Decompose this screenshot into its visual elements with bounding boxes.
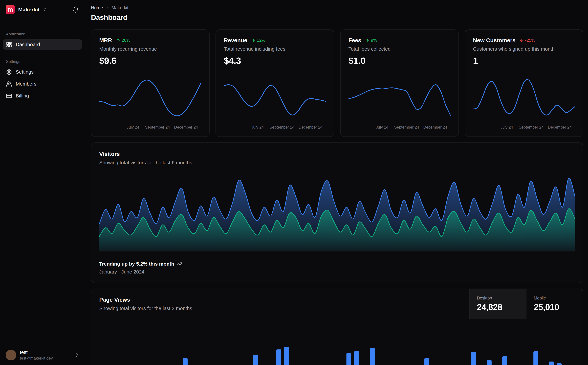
trend-badge: -25% — [519, 38, 535, 43]
page-views-subtitle: Showing total visitors for the last 3 mo… — [99, 306, 461, 311]
x-axis-labels: July 24 September 24 December 24 — [348, 124, 450, 130]
toggle-value: 24,828 — [477, 302, 519, 312]
visitors-footer: Trending up by 5.2% this month January -… — [99, 261, 575, 275]
credit-card-icon — [6, 93, 12, 99]
stat-title: Revenue — [224, 37, 247, 43]
visitors-period: January - June 2024 — [99, 269, 575, 275]
stat-title: Fees — [348, 37, 361, 43]
x-tick: September 24 — [270, 125, 295, 130]
arrow-down-icon — [519, 38, 524, 42]
bell-icon — [72, 6, 79, 13]
breadcrumb-current: Makerkit — [111, 5, 128, 10]
visitors-area-chart — [99, 175, 575, 252]
toggle-mobile[interactable]: Mobile 25,010 — [526, 289, 583, 319]
stat-description: Total revenue including fees — [224, 46, 326, 52]
x-tick: December 24 — [423, 125, 447, 130]
sidebar-item-label: Settings — [16, 69, 34, 75]
chevrons-up-down-icon — [74, 353, 79, 357]
user-name: test — [20, 350, 53, 355]
page-views-header: Page Views Showing total visitors for th… — [91, 289, 583, 319]
gear-icon — [6, 69, 12, 75]
new-customers-sparkline-chart — [473, 78, 575, 121]
trend-badge: 20% — [116, 38, 130, 43]
x-tick: September 24 — [145, 125, 170, 130]
visitors-subtitle: Showing total visitors for the last 6 mo… — [99, 160, 575, 165]
page-views-toggles: Desktop 24,828 Mobile 25,010 — [469, 289, 583, 319]
x-tick: September 24 — [394, 125, 419, 130]
chevrons-up-down-icon — [43, 7, 48, 12]
users-icon — [6, 81, 12, 87]
trend-value: 9% — [371, 38, 377, 43]
stat-card-fees: Fees 9% Total fees collected $1.0 July 2… — [340, 29, 459, 137]
stat-card-mrr: MRR 20% Monthly recurring revenue $9.6 J… — [91, 29, 210, 137]
sidebar-item-label: Members — [16, 81, 36, 87]
stat-description: Customers who signed up this month — [473, 46, 575, 52]
sidebar-item-dashboard[interactable]: Dashboard — [3, 39, 82, 50]
sidebar-item-settings[interactable]: Settings — [3, 67, 82, 77]
stat-title: MRR — [99, 37, 112, 43]
toggle-value: 25,010 — [534, 302, 576, 312]
arrow-up-icon — [116, 38, 120, 42]
chevron-right-icon — [105, 6, 109, 10]
workspace-name: Makerkit — [18, 7, 40, 13]
notifications-button[interactable] — [72, 6, 79, 13]
toggle-label: Desktop — [477, 296, 519, 301]
workspace-logo: m — [6, 5, 15, 14]
trend-badge: 9% — [365, 38, 377, 43]
breadcrumb: Home Makerkit — [91, 5, 583, 10]
sidebar: m Makerkit Application Dashboard Setting… — [0, 0, 85, 365]
toggle-desktop[interactable]: Desktop 24,828 — [469, 289, 526, 319]
page-views-card: Page Views Showing total visitors for th… — [91, 288, 583, 365]
arrow-up-icon — [365, 38, 369, 42]
x-tick: December 24 — [174, 125, 198, 130]
x-tick: December 24 — [299, 125, 323, 130]
sidebar-section-settings: Settings Settings Members Billing — [0, 59, 85, 101]
x-tick: September 24 — [519, 125, 544, 130]
visitors-card: Visitors Showing total visitors for the … — [91, 142, 583, 283]
page-views-bar-chart — [91, 319, 583, 365]
sidebar-item-label: Dashboard — [16, 42, 40, 47]
x-tick: July 24 — [251, 125, 264, 130]
toggle-label: Mobile — [534, 296, 576, 301]
stat-value: 1 — [473, 56, 575, 66]
trending-up-icon — [177, 261, 182, 267]
revenue-sparkline-chart — [224, 78, 326, 121]
x-tick: December 24 — [548, 125, 572, 130]
stat-description: Monthly recurring revenue — [99, 46, 201, 52]
stat-title: New Customers — [473, 37, 516, 43]
x-axis-labels: July 24 September 24 December 24 — [99, 124, 201, 130]
user-menu[interactable]: test test@makerkit.dev — [0, 345, 85, 365]
workspace-selector[interactable]: m Makerkit — [0, 0, 85, 18]
user-email: test@makerkit.dev — [20, 356, 53, 361]
arrow-up-icon — [251, 38, 256, 42]
x-tick: July 24 — [376, 125, 388, 130]
sidebar-item-billing[interactable]: Billing — [3, 91, 82, 101]
sidebar-section-label: Application — [3, 32, 82, 36]
sidebar-item-members[interactable]: Members — [3, 79, 82, 89]
page-views-title: Page Views — [99, 296, 461, 303]
trend-value: 20% — [122, 38, 130, 43]
visitors-trend-text: Trending up by 5.2% this month — [99, 261, 174, 267]
stat-card-revenue: Revenue 12% Total revenue including fees… — [215, 29, 334, 137]
stat-value: $1.0 — [348, 56, 450, 66]
stat-value: $9.6 — [99, 56, 201, 66]
main-content: Home Makerkit Dashboard MRR 20% Monthly … — [85, 0, 588, 365]
stat-card-new-customers: New Customers -25% Customers who signed … — [465, 29, 583, 137]
trend-value: 12% — [257, 38, 265, 43]
sidebar-item-label: Billing — [16, 93, 29, 99]
stat-description: Total fees collected — [348, 46, 450, 52]
page-title: Dashboard — [91, 14, 583, 21]
sidebar-section-label: Settings — [3, 59, 82, 64]
trend-badge: 12% — [251, 38, 265, 43]
x-tick: July 24 — [500, 125, 513, 130]
x-axis-labels: July 24 September 24 December 24 — [224, 124, 326, 130]
trend-value: -25% — [525, 38, 535, 43]
x-tick: July 24 — [127, 125, 139, 130]
dashboard-icon — [6, 42, 12, 48]
stat-card-grid: MRR 20% Monthly recurring revenue $9.6 J… — [91, 29, 583, 137]
fees-sparkline-chart — [348, 78, 450, 121]
x-axis-labels: July 24 September 24 December 24 — [473, 124, 575, 130]
breadcrumb-home-link[interactable]: Home — [91, 5, 103, 10]
mrr-sparkline-chart — [99, 78, 201, 121]
visitors-title: Visitors — [99, 151, 575, 157]
